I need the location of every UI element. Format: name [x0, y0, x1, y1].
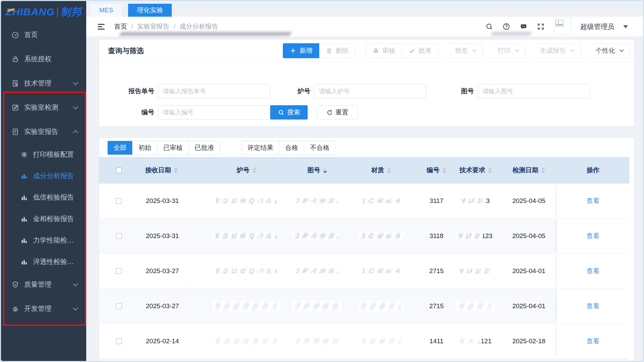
input-report-no[interactable]: [158, 84, 270, 98]
status-tab-approved[interactable]: 已批准: [188, 141, 220, 155]
breadcrumb-item[interactable]: 成分分析报告: [180, 22, 218, 31]
row-checkbox[interactable]: [116, 233, 122, 239]
sidebar-item-label: 力学性能检…: [33, 236, 74, 245]
cell-material: 18CrNiMo7-6: [339, 184, 423, 218]
messages-icon[interactable]: [519, 22, 528, 31]
cell-serial-no: 2715: [423, 254, 450, 288]
column-header-furnace-no[interactable]: 炉号: [198, 157, 295, 184]
tech-req-visible: .123: [480, 232, 492, 240]
redacted-text: E22410901QX-101-2: [216, 337, 277, 345]
sort-icons[interactable]: [442, 168, 446, 173]
input-drawing-no[interactable]: [477, 84, 590, 98]
table-row: 2025-03-31E22410995QX-101-1JSP5-08990011…: [99, 184, 629, 219]
view-link[interactable]: 查看: [587, 302, 600, 311]
doc-report-icon: [11, 128, 19, 136]
column-header-receive-date[interactable]: 接收日期: [138, 157, 198, 184]
search-button[interactable]: 搜索: [270, 105, 308, 120]
approve-button[interactable]: 批准: [402, 43, 438, 58]
sidebar-item-dev-mgmt[interactable]: 开发管理: [1, 297, 86, 321]
audit-button[interactable]: 审核: [366, 43, 402, 58]
brand-logo-sep: |: [56, 6, 59, 18]
redacted-text: 18CrNiMo7-6: [362, 302, 400, 310]
cell-drawing-no: JSP5-0899001: [295, 184, 339, 218]
sidebar-item-mechanical-properties-report[interactable]: 力学性能检…: [1, 230, 86, 251]
user-avatar[interactable]: [554, 18, 571, 35]
sidebar-item-hardenability-report[interactable]: 淬透性检验…: [1, 251, 86, 272]
result-tab-qualified[interactable]: 合格: [279, 141, 304, 155]
redacted-text: W14-2/: [459, 232, 480, 240]
print-button[interactable]: 打印: [491, 43, 525, 58]
result-tab-unqualified[interactable]: 不合格: [304, 141, 335, 155]
personalize-button[interactable]: 个性化: [589, 43, 630, 58]
toolbar-group: 生成报告: [534, 43, 581, 58]
input-serial-no[interactable]: [158, 105, 270, 120]
sidebar-item-tech-mgmt[interactable]: 技术管理: [1, 71, 86, 95]
cell-action: 查看: [556, 184, 629, 218]
status-tab-all[interactable]: 全部: [108, 141, 132, 155]
column-header-test-date[interactable]: 检测日期: [501, 157, 556, 184]
row-checkbox[interactable]: [116, 303, 122, 309]
column-header-action: 操作: [556, 157, 629, 184]
column-header-drawing-no[interactable]: 图号: [295, 157, 339, 184]
row-checkbox[interactable]: [116, 198, 122, 204]
sort-icons[interactable]: [541, 168, 545, 173]
sidebar-item-quality-mgmt[interactable]: 质量管理: [1, 272, 86, 297]
brand-logo[interactable]: ZHIBANG|制邦: [1, 1, 86, 23]
add-icon: [290, 47, 296, 54]
row-checkbox[interactable]: [116, 268, 122, 274]
report-list-card: 全部初始已审核已批准评定结果合格不合格 接收日期炉号图号材质编号技术要求检测日期…: [99, 138, 634, 361]
sidebar-item-lab-report[interactable]: 实验室报告: [1, 120, 86, 144]
column-header-serial-no[interactable]: 编号: [423, 157, 450, 184]
input-furnace-no[interactable]: [314, 84, 426, 98]
column-header-material[interactable]: 材质: [339, 157, 423, 184]
add-button[interactable]: 新增: [283, 43, 319, 58]
breadcrumb-item[interactable]: 实验室报告: [137, 22, 169, 31]
column-header-label: 编号: [427, 166, 440, 175]
sidebar-item-print-template-config[interactable]: 打印模板配置: [1, 144, 86, 165]
search-icon[interactable]: [485, 22, 493, 31]
user-name[interactable]: 超级管理员: [580, 22, 614, 31]
generate-report-button[interactable]: 生成报告: [534, 43, 581, 58]
view-link[interactable]: 查看: [587, 196, 600, 205]
help-icon[interactable]: [502, 22, 510, 31]
sidebar: ZHIBANG|制邦 首页系统授权技术管理实验室检测实验室报告打印模板配置成分分…: [1, 1, 86, 361]
cell-receive-date: 2025-03-31: [138, 184, 198, 218]
result-tab-result[interactable]: 评定结果: [242, 141, 279, 155]
select-all-checkbox[interactable]: [116, 167, 122, 173]
sidebar-item-system-auth[interactable]: 系统授权: [1, 47, 86, 71]
reset-button[interactable]: 重置: [317, 105, 358, 120]
preview-button[interactable]: 预览: [448, 43, 483, 58]
view-link[interactable]: 查看: [587, 232, 600, 240]
cell-action: 查看: [556, 219, 629, 253]
list-filter-tabs: 全部初始已审核已批准评定结果合格不合格: [107, 141, 634, 155]
breadcrumb-item[interactable]: 首页: [114, 22, 127, 31]
status-tab-initial[interactable]: 初始: [132, 141, 157, 155]
delete-button[interactable]: 删除: [319, 43, 355, 58]
row-checkbox[interactable]: [116, 338, 122, 344]
fullscreen-icon[interactable]: [537, 22, 545, 31]
sidebar-item-composition-analysis-report[interactable]: 成分分析报告: [1, 165, 86, 187]
tech-req-visible: .121: [479, 337, 491, 345]
column-header-tech-req[interactable]: 技术要求: [450, 157, 501, 184]
sidebar-item-metallographic-report[interactable]: 金相检验报告: [1, 208, 86, 230]
user-menu-caret-icon[interactable]: [623, 25, 628, 31]
sort-icons[interactable]: [252, 168, 257, 173]
audit-button-label: 审核: [382, 46, 395, 55]
preview-button-label: 预览: [455, 46, 468, 55]
sort-icons[interactable]: [323, 168, 327, 173]
workspace-tab-physchem-lab[interactable]: 理化实验: [128, 4, 172, 17]
view-link[interactable]: 查看: [587, 267, 600, 276]
workspace-tab-mes[interactable]: MES: [90, 4, 122, 17]
gear-icon: [20, 151, 28, 159]
status-tab-audited[interactable]: 已审核: [157, 141, 188, 155]
sidebar-collapse-icon[interactable]: [98, 24, 105, 30]
sort-icons[interactable]: [387, 168, 391, 173]
sort-icons[interactable]: [174, 168, 178, 173]
table-header-row: 接收日期炉号图号材质编号技术要求检测日期操作: [99, 157, 629, 184]
sort-icons[interactable]: [488, 168, 492, 173]
sidebar-item-lab-test[interactable]: 实验室检测: [1, 95, 86, 120]
view-link[interactable]: 查看: [587, 337, 600, 346]
sidebar-item-low-magnification-report[interactable]: 低倍检验报告: [1, 187, 86, 208]
add-button-label: 新增: [300, 46, 312, 55]
sidebar-item-home[interactable]: 首页: [1, 23, 86, 47]
